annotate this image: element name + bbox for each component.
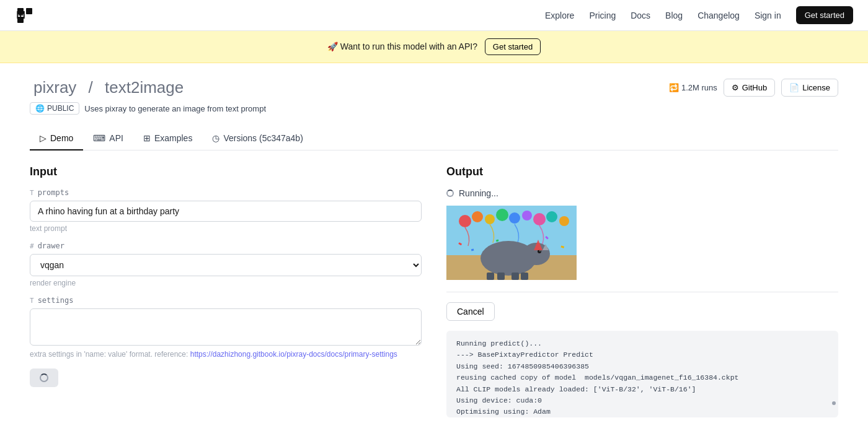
submit-button[interactable] <box>30 368 58 387</box>
drawer-select[interactable]: vqgan pixel clipdraw line_sketch metal v… <box>30 254 422 276</box>
log-line-4: reusing cached copy of model models/vqga… <box>456 372 828 383</box>
svg-rect-21 <box>497 273 505 280</box>
api-banner: 🚀 Want to run this model with an API? Ge… <box>0 31 868 63</box>
output-title: Output <box>446 165 838 178</box>
tab-versions[interactable]: ◷ Versions (5c347a4b) <box>202 127 312 150</box>
license-icon: 📄 <box>789 83 799 92</box>
settings-field: T settings extra settings in 'name: valu… <box>30 296 422 359</box>
tab-demo[interactable]: ▷ Demo <box>30 127 83 150</box>
output-column: Output Running... <box>446 165 838 417</box>
svg-point-12 <box>533 213 546 225</box>
banner-text: Want to run this model with an API? <box>340 41 477 51</box>
examples-icon: ⊞ <box>143 133 151 143</box>
header-get-started-button[interactable]: Get started <box>796 6 853 24</box>
submit-spinner <box>40 373 48 382</box>
model-owner[interactable]: pixray <box>33 78 76 97</box>
github-button[interactable]: ⚙ GitHub <box>724 79 775 97</box>
model-meta: 🌐 PUBLIC Uses pixray to generate an imag… <box>30 102 838 115</box>
nav-changelog[interactable]: Changelog <box>698 11 740 20</box>
nav-pricing[interactable]: Pricing <box>589 11 616 20</box>
svg-rect-23 <box>521 273 528 280</box>
versions-label: Versions (5c347a4b) <box>223 133 303 143</box>
globe-icon: 🌐 <box>35 104 45 113</box>
github-label: GitHub <box>742 83 767 92</box>
log-scrollbar <box>832 401 836 405</box>
prompts-field: T prompts text prompt <box>30 188 422 233</box>
running-dot <box>446 190 454 197</box>
runs-badge: 🔁 1.2M runs <box>669 83 717 92</box>
running-label: Running... <box>459 188 498 198</box>
nav-signin[interactable]: Sign in <box>755 11 781 20</box>
io-grid: Input T prompts text prompt # drawer vqg… <box>30 165 838 417</box>
running-status: Running... <box>446 188 838 198</box>
prompts-input[interactable] <box>30 201 422 222</box>
api-icon: ⌨ <box>93 133 105 143</box>
log-output[interactable]: Running predict()... ---> BasePixtayPred… <box>446 331 838 417</box>
versions-icon: ◷ <box>212 133 219 143</box>
license-label: License <box>802 83 830 92</box>
nav-docs[interactable]: Docs <box>631 11 650 20</box>
header: ⊞ Explore Pricing Docs Blog Changelog Si… <box>0 0 868 31</box>
settings-desc: extra settings in 'name: value' format. … <box>30 350 422 359</box>
settings-link[interactable]: https://dazhizhong.gitbook.io/pixray-doc… <box>190 350 397 359</box>
banner-emoji: 🚀 <box>327 41 338 51</box>
log-line-7: Optimising using: Adam <box>456 406 828 417</box>
runs-count: 1.2M runs <box>681 83 717 92</box>
model-header: pixray / text2image 🔁 1.2M runs ⚙ GitHub… <box>30 78 838 97</box>
model-title: pixray / text2image <box>30 78 187 97</box>
runs-icon: 🔁 <box>669 83 679 92</box>
svg-rect-20 <box>487 273 494 280</box>
logo[interactable]: ⊞ <box>15 6 35 25</box>
output-image-container <box>446 206 838 282</box>
visibility-label: PUBLIC <box>47 104 74 113</box>
model-actions: 🔁 1.2M runs ⚙ GitHub 📄 License <box>669 79 838 97</box>
page-content: pixray / text2image 🔁 1.2M runs ⚙ GitHub… <box>0 63 868 423</box>
public-badge: 🌐 PUBLIC <box>30 102 79 115</box>
prompts-type: T <box>30 189 34 197</box>
drawer-type: # <box>30 242 34 250</box>
tab-api[interactable]: ⌨ API <box>83 127 133 150</box>
input-column: Input T prompts text prompt # drawer vqg… <box>30 165 422 417</box>
model-name: text2image <box>105 78 184 97</box>
settings-label: T settings <box>30 296 422 305</box>
model-description: Uses pixray to generate an image from te… <box>84 104 266 113</box>
output-divider <box>446 292 838 292</box>
svg-point-13 <box>546 211 557 222</box>
svg-point-6 <box>459 215 471 227</box>
svg-text:⊞: ⊞ <box>17 7 25 22</box>
nav: Explore Pricing Docs Blog Changelog Sign… <box>545 6 853 24</box>
log-line-3: Using seed: 1674850985406396385 <box>456 361 828 372</box>
license-button[interactable]: 📄 License <box>781 79 838 97</box>
tab-examples[interactable]: ⊞ Examples <box>133 127 202 150</box>
drawer-field: # drawer vqgan pixel clipdraw line_sketc… <box>30 242 422 287</box>
input-title: Input <box>30 165 422 178</box>
log-line-1: Running predict()... <box>456 338 828 349</box>
svg-point-8 <box>485 214 495 224</box>
svg-rect-22 <box>512 273 519 280</box>
svg-point-9 <box>496 209 508 221</box>
logo-icon: ⊞ <box>15 6 35 25</box>
prompts-desc: text prompt <box>30 224 422 233</box>
nav-explore[interactable]: Explore <box>545 11 574 20</box>
tabs: ▷ Demo ⌨ API ⊞ Examples ◷ Versions (5c34… <box>30 127 838 150</box>
log-line-5: All CLIP models already loaded: ['ViT-B/… <box>456 384 828 395</box>
svg-point-10 <box>509 212 520 224</box>
log-line-6: Using device: cuda:0 <box>456 395 828 406</box>
svg-point-7 <box>472 211 483 222</box>
svg-point-19 <box>539 250 541 251</box>
drawer-desc: render engine <box>30 279 422 287</box>
cancel-button[interactable]: Cancel <box>446 302 495 321</box>
github-icon: ⚙ <box>732 83 739 92</box>
settings-type: T <box>30 297 34 305</box>
play-icon: ▷ <box>40 133 46 143</box>
nav-blog[interactable]: Blog <box>665 11 683 20</box>
drawer-label: # drawer <box>30 242 422 250</box>
svg-point-14 <box>559 216 569 226</box>
svg-point-11 <box>522 211 532 220</box>
settings-textarea[interactable] <box>30 308 422 346</box>
model-separator: / <box>89 78 93 97</box>
banner-get-started-button[interactable]: Get started <box>485 38 541 55</box>
output-image <box>446 206 577 280</box>
log-line-2: ---> BasePixtayPredictor Predict <box>456 349 828 360</box>
prompts-label: T prompts <box>30 188 422 197</box>
